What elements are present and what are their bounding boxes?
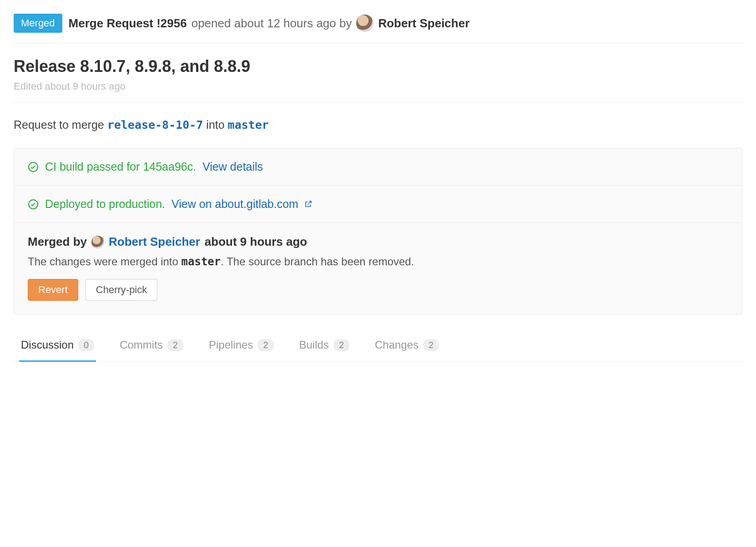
svg-point-0 [29,162,38,172]
tab-discussion[interactable]: Discussion 0 [19,330,96,362]
tab-count-badge: 2 [167,339,183,351]
tab-count-badge: 0 [78,339,94,351]
merged-author-link[interactable]: Robert Speicher [109,235,200,249]
tab-builds[interactable]: Builds 2 [297,330,352,362]
tab-label: Pipelines [209,339,253,351]
ci-view-details-link[interactable]: View details [202,160,263,173]
avatar[interactable] [356,15,373,32]
edited-timestamp: Edited about 9 hours ago [14,81,742,92]
mr-header: Merged Merge Request !2956 opened about … [14,14,742,43]
status-panel: CI build passed for 145aa96c. View detai… [14,148,742,315]
tabs: Discussion 0 Commits 2 Pipelines 2 Build… [14,330,742,362]
merged-by-prefix: Merged by [28,235,87,249]
check-circle-icon [28,199,39,210]
merged-message: The changes were merged into master. The… [28,255,728,268]
tab-commits[interactable]: Commits 2 [118,330,185,362]
tab-count-badge: 2 [257,339,273,351]
target-branch[interactable]: master [228,118,269,132]
cherry-pick-button[interactable]: Cherry-pick [86,279,157,301]
tab-count-badge: 2 [333,339,349,351]
tab-pipelines[interactable]: Pipelines 2 [207,330,276,362]
deploy-status-row: Deployed to production. View on about.gi… [14,186,742,223]
tab-label: Builds [299,339,329,351]
divider [14,102,742,103]
mr-id-label: Merge Request !2956 [69,16,187,30]
merged-time: about 9 hours ago [205,235,307,249]
merge-prefix: Request to merge [14,118,104,131]
merged-block: Merged by Robert Speicher about 9 hours … [14,223,742,314]
tab-label: Changes [375,339,418,351]
merge-mid: into [206,118,224,131]
external-link-icon [304,200,312,208]
ci-status-text: CI build passed for 145aa96c. [45,160,196,173]
check-circle-icon [28,162,39,172]
revert-button[interactable]: Revert [28,279,78,301]
mr-opened-text: opened about 12 hours ago by [192,16,352,30]
ci-status-row: CI build passed for 145aa96c. View detai… [14,148,742,186]
deploy-view-link[interactable]: View on about.gitlab.com [171,198,312,211]
tab-changes[interactable]: Changes 2 [373,330,441,362]
avatar[interactable] [91,236,104,248]
deploy-status-text: Deployed to production. [45,198,165,211]
tab-count-badge: 2 [423,339,439,351]
tab-label: Discussion [21,339,74,351]
mr-title: Release 8.10.7, 8.9.8, and 8.8.9 [14,57,742,76]
tab-label: Commits [120,339,163,351]
svg-point-1 [29,200,38,209]
status-badge: Merged [14,14,62,33]
merge-branches-line: Request to merge release-8-10-7 into mas… [14,118,742,132]
author-link[interactable]: Robert Speicher [378,16,469,30]
source-branch[interactable]: release-8-10-7 [107,118,203,132]
